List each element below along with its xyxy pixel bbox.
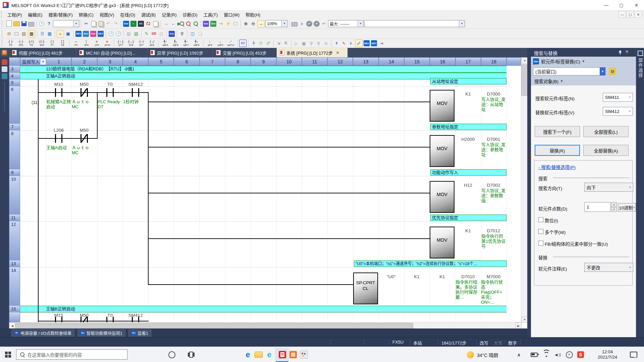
docked-tab-module-monitor[interactable]: Dev智能功能模块监视1 xyxy=(77,329,125,337)
menu-view[interactable]: 视图(V) xyxy=(97,10,117,19)
replace-device-combo[interactable]: SM412˅ xyxy=(603,107,633,116)
wifi-icon[interactable] xyxy=(543,351,550,358)
pulse-fall-button[interactable]: ┤↓├sF8 xyxy=(126,39,136,48)
contact-device[interactable]: M50 xyxy=(71,128,97,133)
delete-hline-button[interactable]: ✕cF9 xyxy=(92,39,102,48)
check-all-icon[interactable]: ✔ xyxy=(313,20,320,27)
mdi-restore-button[interactable]: ▢ xyxy=(627,11,634,18)
check-program-icon[interactable]: ✔ xyxy=(306,20,313,27)
multiword-checkbox-label[interactable]: 多个字(W) xyxy=(545,229,566,235)
monitor-mode-dropdown[interactable]: ▼ xyxy=(40,58,46,65)
panel-splitter[interactable] xyxy=(527,48,531,337)
module-search-icon[interactable]: ⚲ xyxy=(179,31,185,37)
contact-device[interactable]: M15 xyxy=(46,313,71,318)
contact-device[interactable]: M50 xyxy=(71,313,97,318)
operand[interactable]: M7000 xyxy=(481,274,506,279)
operand-src[interactable]: H12 xyxy=(455,183,481,188)
redo-icon[interactable]: ↷ xyxy=(112,20,119,27)
digit-checkbox[interactable] xyxy=(538,217,543,222)
rung-comment[interactable]: 110欧终端电阻（RDA和RDB） 【RTU】-8偶1 xyxy=(20,66,506,73)
replace-button[interactable]: 替换(R) xyxy=(535,145,580,156)
vertical-scrollbar[interactable]: ▲ ▼ xyxy=(521,57,528,322)
close-branch-button[interactable]: ┤/├sF6 xyxy=(37,39,47,48)
verify-icon[interactable]: ▶ xyxy=(177,20,184,27)
search-direction-combo[interactable]: 向下˅ xyxy=(584,183,633,192)
online-change-icon[interactable]: ⚡ xyxy=(225,20,231,27)
paste-icon[interactable] xyxy=(98,20,104,27)
scope-settings-icon[interactable]: ⚙ xyxy=(609,68,616,75)
close-contact-button[interactable]: ┤/├F6 xyxy=(26,39,36,48)
dev-comment-icon[interactable]: Dev xyxy=(168,31,175,37)
tray-cross-icon[interactable]: ✕ xyxy=(566,351,573,358)
return-icon[interactable]: ↵ xyxy=(321,20,327,27)
tab-error[interactable]: 异常 [PRG] [LD] 1092步 xyxy=(147,48,213,57)
file-explorer-icon[interactable] xyxy=(254,350,263,359)
element-select-tab[interactable]: 部件选择 xyxy=(637,58,644,85)
number-base-combo[interactable]: 10进制˅ xyxy=(618,203,636,212)
docked-tab-watch[interactable]: Dev监看1 xyxy=(128,329,151,337)
pulse-branch4-button[interactable]: ╀↓saF8 xyxy=(192,39,201,48)
hline-button[interactable]: ─F9 xyxy=(71,39,81,48)
clock-setting-icon[interactable]: 🕑 xyxy=(115,31,122,37)
instruction-mov3[interactable]: MOV xyxy=(430,181,454,213)
menu-window[interactable]: 窗口(W) xyxy=(221,10,243,19)
tab-system-active[interactable]: 系统 [PRG] [LD] 1772步✕ xyxy=(277,48,348,57)
menu-diagnostics[interactable]: 诊断(D) xyxy=(179,10,200,19)
open-project-icon[interactable] xyxy=(13,20,20,27)
contact-device[interactable]: SM412 xyxy=(123,82,148,87)
undo-icon[interactable]: ↶ xyxy=(105,20,112,27)
delete-row-icon[interactable]: ⇱ xyxy=(283,40,289,47)
timer-watch-icon[interactable]: 🕐 xyxy=(108,31,114,37)
digit-checkbox-label[interactable]: 数位(I) xyxy=(545,217,558,224)
spinner-down-icon[interactable]: ▼ xyxy=(611,207,617,212)
grid-view-icon[interactable]: ▦ xyxy=(46,31,53,37)
watch-icon[interactable]: 🖵 xyxy=(232,20,239,27)
mode-selector-row[interactable]: DevR→ 软元件/标签替换(C) ▼ xyxy=(531,57,636,66)
operand-dst[interactable]: D7000 xyxy=(481,92,506,97)
pin-icon[interactable] xyxy=(619,51,622,55)
monitor-write-icon[interactable]: ⚲ xyxy=(315,40,322,47)
pulse-branch3-button[interactable]: ╀↑saF7 xyxy=(181,39,191,48)
operand-dst[interactable]: D7012 xyxy=(481,228,506,233)
monitor-window-icon[interactable]: 🖵 xyxy=(13,31,20,37)
vline-button[interactable]: │sF9 xyxy=(82,39,91,48)
list-view-icon[interactable]: ☰ xyxy=(39,31,46,37)
device-io-icon[interactable]: I/O xyxy=(138,20,144,27)
operand[interactable]: K1 xyxy=(404,274,429,279)
operand[interactable]: "U0" xyxy=(379,274,404,279)
weather-text[interactable]: 34°C 晴朗 xyxy=(477,352,498,358)
monitor-stop-icon[interactable]: Dev xyxy=(210,20,217,27)
multiword-checkbox[interactable] xyxy=(538,229,543,234)
device-monitor-icon[interactable]: >_ xyxy=(130,20,137,27)
instruction-mov2[interactable]: MOV xyxy=(430,135,454,167)
track-icon[interactable]: ≋ xyxy=(323,40,329,47)
menu-debug[interactable]: 调试(B) xyxy=(138,10,159,19)
write-plc-icon[interactable]: → xyxy=(163,20,169,27)
menu-online[interactable]: 在线(O) xyxy=(117,10,138,19)
close-button[interactable]: ✕ xyxy=(629,0,644,10)
navigation-tree-icon[interactable]: ⊞ xyxy=(6,31,12,37)
volume-icon[interactable]: ◄)) xyxy=(553,351,561,358)
contact-device[interactable]: L206 xyxy=(46,128,71,133)
help-icon[interactable]: ? xyxy=(46,20,52,27)
operand-src[interactable]: K1 xyxy=(455,228,481,233)
options-link[interactable]: - 搜索/替换选项(P) xyxy=(538,164,576,170)
target-row[interactable]: 搜索对象(B) ▼ xyxy=(531,77,636,85)
start-button[interactable] xyxy=(0,347,16,362)
app-icon-orange[interactable] xyxy=(289,350,298,359)
program-verify-icon[interactable]: ▧ xyxy=(133,31,140,37)
contact-device[interactable]: T0 xyxy=(97,313,123,318)
taskbar-search-input[interactable]: 在这里输入你要搜索的内容 xyxy=(16,349,127,360)
scroll-thumb[interactable] xyxy=(15,323,413,329)
delete-vline-button[interactable]: ✕cF10 xyxy=(102,39,112,48)
device-list-combo[interactable]: ▼ xyxy=(364,20,465,27)
print-preview-icon[interactable] xyxy=(291,20,298,27)
wire-tool3-icon[interactable]: 🖟 xyxy=(348,40,355,47)
wire-tool2-icon[interactable]: ✎ xyxy=(340,40,347,47)
contact-device[interactable]: T0 xyxy=(97,82,123,87)
st-editor-icon[interactable]: ST xyxy=(239,40,247,47)
operand-dst[interactable]: D7001 xyxy=(481,137,506,142)
fb-partial-checkbox-label[interactable]: FB/结构体的元素中部分一致(U) xyxy=(545,240,608,247)
fb-partial-checkbox[interactable] xyxy=(538,241,543,246)
tray-expand-icon[interactable]: ∧ xyxy=(516,351,522,358)
